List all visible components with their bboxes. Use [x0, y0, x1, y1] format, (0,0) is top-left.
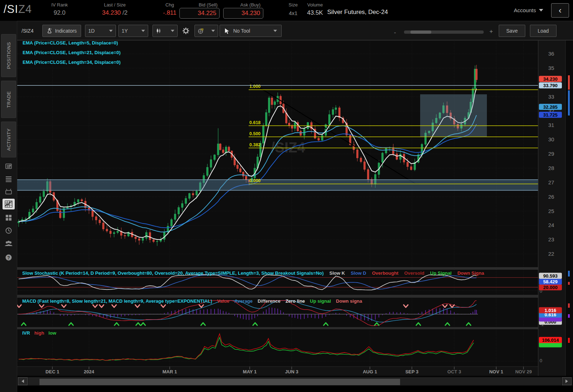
indicators-label: Indicators [55, 28, 77, 34]
header-bar: /SIZ4 IV Rank 92.0 Last / Size 34.230 /2… [0, 0, 573, 21]
bid-label: Bid (Sell) [199, 2, 218, 8]
chart-area[interactable]: /SIZ41.0000.6180.5000.3820.000EMA (Price… [17, 40, 573, 376]
symbol-suffix: Z4 [18, 3, 32, 15]
watchlist-icon[interactable] [3, 174, 15, 184]
chevron-down-icon [109, 30, 113, 32]
scroll-right-button[interactable] [562, 377, 572, 385]
sidebar-tab-activity[interactable]: ACTIVITY [1, 122, 16, 157]
svg-text:OCT 3: OCT 3 [447, 369, 461, 374]
size-label: Size [288, 2, 297, 8]
last-size-label: Last / Size [104, 2, 126, 8]
indicators-button[interactable]: Indicators [42, 25, 81, 37]
svg-text:22: 22 [548, 251, 554, 257]
svg-text:1.000: 1.000 [249, 84, 260, 89]
svg-text:?: ? [7, 255, 10, 260]
sidebar-tab-label: TRADE [6, 91, 11, 108]
history-clock-icon[interactable] [3, 225, 15, 236]
svg-text:NOV 1: NOV 1 [489, 369, 503, 374]
svg-text:29: 29 [548, 151, 554, 157]
sidebar-tab-positions[interactable]: POSITIONS [1, 34, 16, 77]
save-button[interactable]: Save [499, 25, 525, 37]
svg-text:33: 33 [548, 94, 554, 100]
accounts-menu[interactable]: Accounts [514, 7, 543, 13]
toolbar-symbol[interactable]: /SIZ4 [22, 28, 33, 34]
svg-text:EMA (Price=CLOSE, Length=34, D: EMA (Price=CLOSE, Length=34, Displace=0) [23, 60, 121, 65]
grid-layout-icon[interactable] [3, 212, 15, 223]
timeframe-dropdown[interactable]: 1D [85, 25, 116, 37]
svg-text:MACD (Fast length=8, Slow leng: MACD (Fast length=8, Slow length=21, MAC… [22, 298, 362, 304]
range-dropdown[interactable]: 1Y [118, 25, 148, 37]
gear-icon [182, 27, 189, 34]
chart-type-dropdown[interactable] [152, 25, 178, 37]
svg-text:EMA (Price=CLOSE, Length=21, D: EMA (Price=CLOSE, Length=21, Displace=0) [23, 50, 121, 55]
tv-icon[interactable] [3, 186, 15, 197]
help-icon[interactable]: ? [3, 252, 15, 263]
range-value: 1Y [122, 28, 128, 34]
svg-text:36: 36 [548, 51, 554, 57]
svg-text:26: 26 [548, 194, 554, 200]
left-sidebar: POSITIONS TRADE ACTIVITY [0, 21, 17, 392]
timeframe-value: 1D [88, 28, 95, 34]
zoom-slider[interactable] [404, 30, 484, 34]
scrollbar-thumb[interactable] [39, 379, 400, 385]
svg-text:MAY 1: MAY 1 [243, 369, 257, 374]
svg-text:2024: 2024 [84, 369, 95, 374]
svg-text:28: 28 [548, 165, 554, 171]
ask-label: Ask (Buy) [240, 2, 260, 8]
svg-text:27: 27 [548, 179, 554, 185]
svg-text:24: 24 [548, 222, 554, 228]
svg-text:JUN 3: JUN 3 [285, 369, 299, 374]
sidebar-tab-label: POSITIONS [6, 42, 11, 69]
triangle-left-icon [22, 379, 24, 383]
svg-text:31: 31 [548, 122, 554, 128]
news-icon[interactable] [3, 161, 15, 171]
svg-text:0.382: 0.382 [249, 142, 260, 147]
scroll-left-button[interactable] [18, 377, 28, 385]
zoom-slider-thumb[interactable] [410, 30, 431, 34]
volume-label: Volume [307, 2, 323, 8]
chart-toolbar: /SIZ4 Indicators 1D 1Y [17, 21, 573, 40]
zoom-out-button[interactable]: - [394, 29, 396, 36]
svg-text:20.000: 20.000 [543, 285, 558, 290]
cursor-icon [224, 28, 230, 34]
svg-text:/SIZ4: /SIZ4 [271, 140, 305, 155]
size-value: 4x1 [289, 10, 297, 16]
bid-button[interactable]: 34.225 [179, 8, 220, 19]
load-button[interactable]: Load [530, 25, 556, 37]
sidebar-tab-trade[interactable]: TRADE [1, 81, 16, 118]
svg-text:EMA (Price=CLOSE, Length=5, Di: EMA (Price=CLOSE, Length=5, Displace=0) [23, 40, 118, 46]
iv-rank-label: IV Rank [51, 2, 68, 8]
iv-rank-value: 92.0 [53, 9, 65, 16]
svg-text:IVRhighlow: IVRhighlow [22, 330, 57, 336]
price-chart[interactable]: /SIZ41.0000.6180.5000.3820.000EMA (Price… [17, 40, 573, 376]
svg-text:34.230: 34.230 [543, 76, 558, 82]
chg-label: Chg [165, 2, 174, 8]
chart-settings-button[interactable] [179, 25, 192, 37]
svg-text:1.016: 1.016 [545, 308, 556, 313]
candlestick-icon [156, 28, 161, 34]
chevron-down-icon [273, 30, 277, 32]
charts-icon[interactable] [3, 199, 15, 209]
chg-value: -.811 [163, 9, 177, 16]
svg-text:33.790: 33.790 [543, 83, 558, 88]
svg-text:0.000: 0.000 [249, 178, 260, 183]
svg-text:30: 30 [548, 136, 554, 142]
svg-text:NOV 29: NOV 29 [515, 369, 532, 374]
svg-text:25: 25 [548, 208, 554, 214]
people-icon[interactable] [3, 238, 15, 249]
chevron-down-icon [141, 30, 145, 32]
collapse-panel-button[interactable]: ‹ [551, 3, 569, 18]
triangle-right-icon [565, 379, 568, 383]
pattern-tools-dropdown[interactable] [194, 25, 218, 37]
ask-button[interactable]: 34.230 [223, 8, 263, 19]
scrollbar-track[interactable] [28, 377, 561, 385]
chevron-down-icon [171, 30, 174, 32]
zoom-in-button[interactable]: + [489, 28, 493, 35]
chevron-down-icon [539, 9, 543, 11]
symbol-logo: /SIZ4 [4, 3, 32, 16]
svg-text:DEC 1: DEC 1 [46, 369, 59, 374]
drawing-tool-dropdown[interactable]: No Tool [220, 25, 282, 37]
svg-text:0: 0 [540, 358, 542, 363]
svg-text:31.725: 31.725 [543, 112, 558, 118]
flask-icon [47, 28, 52, 34]
